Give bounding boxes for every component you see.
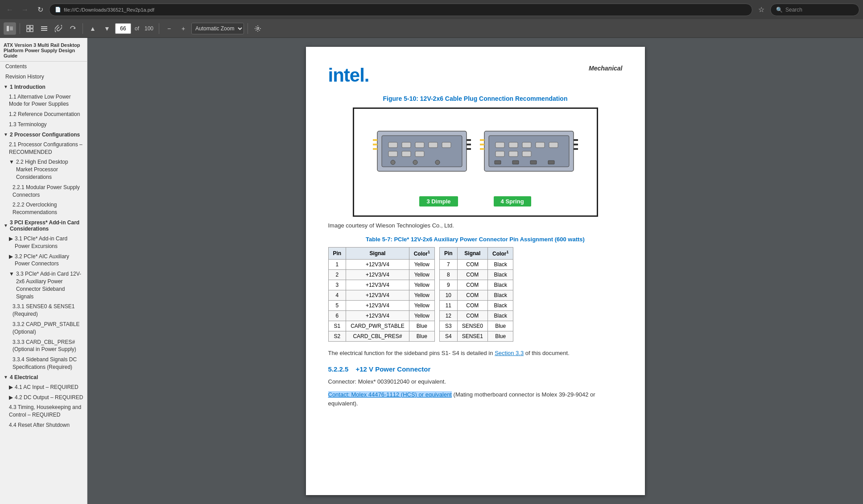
toggle-icon-2.2: ▼ <box>9 158 14 166</box>
svg-rect-2 <box>10 28 13 29</box>
zoom-out-button[interactable]: − <box>163 22 175 35</box>
next-page-button[interactable]: ▼ <box>101 22 113 35</box>
pdf-toolbar: ▲ ▼ 66 of 100 − + Automatic Zoom Actual … <box>0 19 863 38</box>
svg-rect-34 <box>509 142 518 148</box>
prev-page-button[interactable]: ▲ <box>87 22 99 35</box>
svg-rect-7 <box>30 29 33 32</box>
search-icon: 🔍 <box>776 7 783 13</box>
col-header-pin-l: Pin <box>328 248 346 260</box>
svg-rect-0 <box>7 26 9 31</box>
table-row: S2CARD_CBL_PRES#Blue <box>328 331 435 342</box>
sidebar-item-4.2[interactable]: ▶ 4.2 DC Output – REQUIRED <box>0 392 87 403</box>
table-row: 5+12V3/V4Yellow <box>328 301 435 311</box>
sidebar-item-2.1[interactable]: 2.1 Processor Configurations – RECOMMEND… <box>0 140 87 157</box>
sidebar-section-3[interactable]: ▼ 3 PCI Express* Add-in Card Considerati… <box>0 218 87 234</box>
svg-rect-6 <box>27 29 29 32</box>
sidebar-item-1.2[interactable]: 1.2 Reference Documentation <box>0 109 87 120</box>
sidebar-item-4.1[interactable]: ▶ 4.1 AC Input – REQUIRED <box>0 382 87 392</box>
table-row: 10COMBlack <box>440 290 513 301</box>
thumbnail-view-button[interactable] <box>24 22 36 35</box>
svg-rect-43 <box>530 161 537 164</box>
svg-rect-40 <box>522 151 531 157</box>
sidebar-item-3.2[interactable]: ▶ 3.2 PCIe* AIC Auxiliary Power Connecto… <box>0 252 87 269</box>
zoom-select[interactable]: Automatic Zoom Actual Size Page Fit Page… <box>191 23 244 34</box>
sideband-note: The electrical function for the sideband… <box>328 349 623 358</box>
sidebar-item-3.3.2[interactable]: 3.3.2 CARD_PWR_STABLE (Optional) <box>0 319 87 337</box>
sidebar-item-3.3.1[interactable]: 3.3.1 SENSE0 & SENSE1 (Required) <box>0 302 87 319</box>
sidebar-item-3.1[interactable]: ▶ 3.1 PCIe* Add-in Card Power Excursions <box>0 234 87 252</box>
reload-button[interactable]: ↻ <box>34 4 46 16</box>
sidebar-section-2[interactable]: ▼ 2 Processor Configurations <box>0 130 87 140</box>
svg-rect-21 <box>415 151 424 157</box>
figure-box: 3 Dimple 4 Spring <box>353 107 598 217</box>
zoom-in-button[interactable]: + <box>177 22 190 35</box>
table-row: 2+12V3/V4Yellow <box>328 270 435 280</box>
pdf-page: intel. Mechanical Figure 5-10: 12V-2x6 C… <box>306 47 645 495</box>
sidebar-item-4.4[interactable]: 4.4 Reset After Shutdown <box>0 420 87 430</box>
sidebar-item-3.3.3[interactable]: 3.3.3 CARD_CBL_PRES# (Optional in Power … <box>0 337 87 355</box>
page-separator: of <box>135 25 139 32</box>
sidebar-item-contents[interactable]: Contents <box>0 62 87 72</box>
search-bar[interactable]: 🔍 Search <box>770 4 859 16</box>
note-text-post: of this document. <box>525 350 570 356</box>
toggle-icon-4: ▼ <box>4 375 8 380</box>
svg-rect-14 <box>388 142 397 148</box>
sidebar-item-2.2[interactable]: ▼ 2.2 High End Desktop Market Processor … <box>0 157 87 182</box>
main-area: ATX Version 3 Multi Rail Desktop Platfor… <box>0 38 863 504</box>
table-row: 12COMBlack <box>440 311 513 321</box>
bookmark-button[interactable]: ☆ <box>755 4 768 16</box>
sidebar-s1-label: 1 Introduction <box>10 84 45 90</box>
toggle-icon: ▼ <box>4 84 8 89</box>
figure-images <box>373 118 578 189</box>
search-placeholder: Search <box>785 7 802 13</box>
body-text-2: Contact: Molex 44476-1112 (HCS) or equiv… <box>328 390 623 409</box>
page-header: intel. Mechanical <box>328 65 623 86</box>
sidebar-section-4[interactable]: ▼ 4 Electrical <box>0 372 87 382</box>
svg-rect-33 <box>496 142 504 148</box>
tools-button[interactable] <box>252 22 264 35</box>
sidebar-item-4.3[interactable]: 4.3 Timing, Housekeeping and Control – R… <box>0 402 87 420</box>
pdf-viewer: intel. Mechanical Figure 5-10: 12V-2x6 C… <box>87 38 863 504</box>
svg-point-11 <box>257 28 259 29</box>
page-header-section: Mechanical <box>589 65 622 72</box>
sidebar-item-1.3[interactable]: 1.3 Terminology <box>0 120 87 130</box>
svg-rect-5 <box>30 25 33 28</box>
sidebar-item-revision[interactable]: Revision History <box>0 72 87 82</box>
expand-icon-4.1: ▶ <box>9 384 13 391</box>
table-row: 9COMBlack <box>440 280 513 290</box>
molex-contact-link[interactable]: Contact: Molex 44476-1112 (HCS) or equiv… <box>328 391 452 398</box>
sidebar-item-2.2.2[interactable]: 2.2.2 Overclocking Recommendations <box>0 200 87 218</box>
sidebar-toggle-button[interactable] <box>4 22 16 35</box>
back-button[interactable]: ← <box>4 4 16 16</box>
col-header-signal-r: Signal <box>457 248 487 260</box>
svg-rect-18 <box>442 142 451 148</box>
attachment-button[interactable] <box>52 22 65 35</box>
svg-rect-39 <box>509 151 518 157</box>
section-heading: +12 V Power Connector <box>355 365 430 373</box>
section-3.3-link[interactable]: Section 3.3 <box>495 350 524 356</box>
page-number-input[interactable]: 66 <box>115 23 131 34</box>
sidebar-item-1.1[interactable]: 1.1 Alternative Low Power Mode for Power… <box>0 92 87 110</box>
rotate-button[interactable] <box>66 22 79 35</box>
expand-icon-3.1: ▶ <box>9 235 13 243</box>
toggle-icon-3.3: ▼ <box>9 270 14 278</box>
svg-rect-16 <box>415 142 424 148</box>
url-bar: 📄 file:///C:/Downloads/336521_Rev2p1a.pd… <box>49 4 752 16</box>
svg-rect-4 <box>27 25 29 28</box>
sidebar-item-2.2.1[interactable]: 2.2.1 Modular Power Supply Connectors <box>0 182 87 200</box>
svg-rect-9 <box>41 28 47 29</box>
sidebar-item-3.3.4[interactable]: 3.3.4 Sideband Signals DC Specifications… <box>0 355 87 372</box>
forward-button[interactable]: → <box>19 4 31 16</box>
sidebar-item-3.3[interactable]: ▼ 3.3 PCIe* Add-in Card 12V-2x6 Auxiliar… <box>0 269 87 302</box>
table-row: 8COMBlack <box>440 270 513 280</box>
table-row: S4SENSE1Blue <box>440 331 513 342</box>
svg-rect-35 <box>522 142 531 148</box>
list-view-button[interactable] <box>38 22 50 35</box>
svg-rect-3 <box>10 29 13 30</box>
col-header-pin-r: Pin <box>440 248 458 260</box>
sidebar-section-1[interactable]: ▼ 1 Introduction <box>0 82 87 92</box>
note-text-pre: The electrical function for the sideband… <box>328 350 493 356</box>
svg-rect-19 <box>388 151 397 157</box>
svg-rect-37 <box>549 142 558 148</box>
col-header-signal-l: Signal <box>346 248 409 260</box>
